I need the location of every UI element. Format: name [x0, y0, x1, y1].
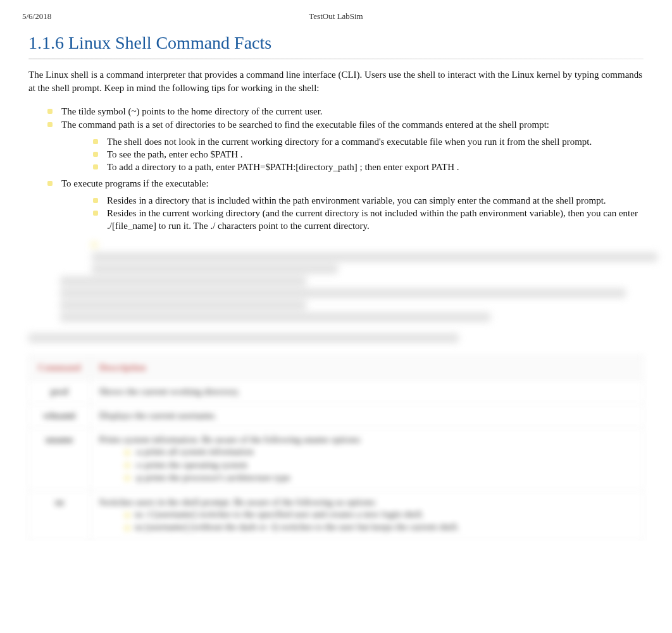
cell-list-item: -a prints all system information [99, 445, 634, 458]
desc-cell: Switches users in the shell prompt. Be a… [90, 491, 643, 541]
cmd-cell: su [29, 491, 90, 541]
page-title: 1.1.6 Linux Shell Command Facts [0, 22, 672, 58]
table-row: pwd Shows the current working directory. [29, 380, 644, 404]
list-item: To execute programs if the executable: R… [47, 177, 644, 232]
list-item-text: To execute programs if the executable: [61, 178, 209, 188]
table-row: su Switches users in the shell prompt. B… [29, 491, 644, 541]
table-header-cmd: Command [29, 356, 90, 380]
cell-list-item: su [username] (without the dash or -l) s… [99, 520, 634, 533]
blurred-content [28, 241, 644, 343]
cell-list-item: -o prints the operating system [99, 458, 634, 471]
cmd-cell: whoami [29, 404, 90, 428]
tips-list: The tilde symbol (~) points to the home … [0, 105, 672, 232]
heading-divider [28, 58, 644, 59]
cell-list-item: -p prints the processor's architecture t… [99, 471, 634, 484]
cmd-cell: pwd [29, 380, 90, 404]
list-item-text: The command path is a set of directories… [61, 120, 549, 130]
header-date: 5/6/2018 [22, 11, 232, 22]
desc-cell: Shows the current working directory. [90, 380, 643, 404]
list-item: The command path is a set of directories… [47, 118, 644, 173]
desc-cell: Prints system information. Be aware of t… [90, 428, 643, 491]
desc-intro: Prints system information. Be aware of t… [99, 434, 634, 445]
nested-list: The shell does not look in the current w… [61, 135, 644, 174]
header-app-title: TestOut LabSim [232, 11, 441, 22]
list-item: The shell does not look in the current w… [93, 135, 644, 148]
desc-cell: Displays the current username. [90, 404, 643, 428]
list-item: The tilde symbol (~) points to the home … [47, 105, 644, 118]
list-item: To see the path, enter echo $PATH . [93, 148, 644, 161]
cmd-cell: uname [29, 428, 90, 491]
list-item: Resides in the current working directory… [93, 207, 644, 233]
intro-paragraph: The Linux shell is a command interpreter… [0, 68, 672, 95]
cell-list-item: su -l [username] switches to the specifi… [99, 508, 634, 520]
command-table-blurred: Command Description pwd Shows the curren… [28, 355, 644, 540]
list-item: To add a directory to a path, enter PATH… [93, 161, 644, 173]
command-table: Command Description pwd Shows the curren… [28, 355, 644, 540]
nested-list: Resides in a directory that is included … [61, 194, 644, 233]
page-header: 5/6/2018 TestOut LabSim [0, 0, 672, 22]
list-item: Resides in a directory that is included … [93, 194, 644, 207]
table-row: whoami Displays the current username. [29, 404, 644, 428]
table-row: uname Prints system information. Be awar… [29, 428, 644, 491]
desc-intro: Switches users in the shell prompt. Be a… [99, 497, 634, 508]
table-header-desc: Description [90, 356, 643, 380]
